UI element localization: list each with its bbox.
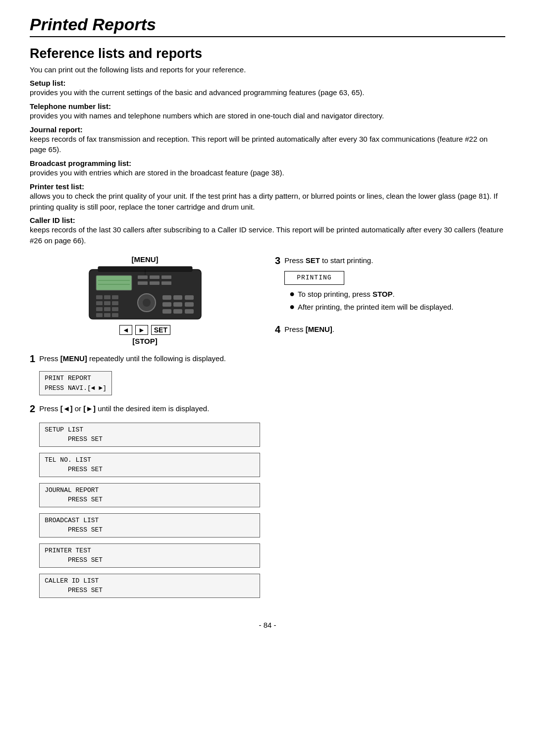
bullet-stop-text: To stop printing, press STOP. (298, 289, 395, 300)
svg-rect-22 (161, 281, 171, 285)
bullet-after-text: After printing, the printed item will be… (298, 302, 453, 313)
lcd-printer: PRINTER TEST PRESS SET (39, 543, 260, 568)
svg-rect-10 (112, 301, 118, 305)
list-item-callerid: Caller ID list: keeps records of the las… (30, 216, 505, 246)
svg-rect-11 (96, 307, 103, 311)
svg-rect-20 (138, 281, 148, 285)
svg-rect-32 (173, 309, 182, 314)
device-diagram: [MENU] (30, 255, 260, 345)
svg-rect-2 (96, 275, 132, 290)
step-3-bullets: ● To stop printing, press STOP. ● After … (289, 289, 505, 313)
list-item-broadcast: Broadcast programming list: provides you… (30, 159, 505, 178)
lcd-setup: SETUP LIST PRESS SET (39, 423, 260, 447)
step-2-text: Press [◄] or [►] until the desired item … (39, 403, 260, 598)
intro-text: You can print out the following lists an… (30, 65, 505, 74)
lcd-tel: TEL NO. LIST PRESS SET (39, 453, 260, 477)
svg-rect-25 (162, 295, 171, 300)
list-item-printer: Printer test list: allows you to check t… (30, 182, 505, 213)
bullet-stop: ● To stop printing, press STOP. (289, 289, 505, 300)
list-item-callerid-title: Caller ID list: (30, 216, 75, 224)
svg-rect-16 (112, 313, 118, 317)
svg-rect-21 (150, 281, 160, 285)
svg-rect-28 (162, 302, 171, 307)
page-title: Printed Reports (30, 15, 505, 34)
lcd-callerid: CALLER ID LIST PRESS SET (39, 574, 260, 598)
bullet-dot-1: ● (289, 289, 295, 300)
step-2-number: 2 (30, 403, 35, 415)
svg-rect-15 (104, 313, 110, 317)
bullet-after: ● After printing, the printed item will … (289, 302, 505, 313)
svg-rect-9 (104, 301, 110, 305)
menu-label: [MENU] (131, 255, 158, 264)
step-2-lcd-list: SETUP LIST PRESS SET TEL NO. LIST PRESS … (39, 420, 260, 598)
fax-machine-svg (88, 266, 202, 323)
list-item-journal: Journal report: keeps records of fax tra… (30, 125, 505, 156)
svg-rect-8 (96, 301, 103, 305)
list-item-broadcast-body: provides you with entries which are stor… (30, 168, 284, 177)
step-4-bold: [MENU] (306, 325, 332, 333)
right-arrow-key: ► (135, 325, 148, 335)
svg-rect-27 (185, 295, 194, 300)
stop-bold: STOP (373, 290, 393, 298)
main-content: [MENU] (30, 255, 505, 606)
list-item-setup: Setup list: provides you with the curren… (30, 79, 505, 98)
step-1-text: Press [MENU] repeatedly until the follow… (39, 353, 260, 396)
stop-label: [STOP] (132, 337, 158, 345)
step-1: 1 Press [MENU] repeatedly until the foll… (30, 353, 260, 396)
step-3: 3 Press SET to start printing. PRINTING … (275, 255, 505, 315)
svg-rect-26 (173, 295, 182, 300)
list-item-printer-title: Printer test list: (30, 182, 84, 191)
svg-rect-29 (173, 302, 182, 307)
step-1-number: 1 (30, 353, 35, 365)
list-items: Setup list: provides you with the curren… (30, 79, 505, 246)
list-item-journal-body: keeps records of fax transmission and re… (30, 135, 487, 154)
lcd-journal: JOURNAL REPORT PRESS SET (39, 483, 260, 507)
printing-display: PRINTING (284, 271, 344, 285)
left-column: [MENU] (30, 255, 260, 606)
svg-rect-31 (162, 309, 171, 314)
list-item-broadcast-title: Broadcast programming list: (30, 159, 131, 167)
step-4-text: Press [MENU]. (284, 324, 505, 335)
svg-rect-12 (104, 307, 110, 311)
step-1-bold: [MENU] (60, 354, 87, 363)
step-1-lcd: PRINT REPORT PRESS NAVI.[◄ ►] (39, 371, 112, 395)
list-item-tel-body: provides you with names and telephone nu… (30, 111, 384, 120)
set-key: SET (151, 325, 170, 335)
list-item-tel: Telephone number list: provides you with… (30, 102, 505, 121)
svg-rect-17 (138, 275, 148, 279)
step-3-number: 3 (275, 255, 280, 267)
page-number: - 84 - (259, 621, 276, 629)
svg-rect-5 (96, 295, 103, 299)
lcd-broadcast: BROADCAST LIST PRESS SET (39, 513, 260, 538)
section-title: Reference lists and reports (30, 46, 505, 61)
bullet-dot-2: ● (289, 302, 295, 313)
left-arrow-key: ◄ (119, 325, 132, 335)
list-item-tel-title: Telephone number list: (30, 102, 111, 110)
step-3-text: Press SET to start printing. PRINTING ● … (284, 255, 505, 315)
svg-rect-1 (98, 267, 192, 271)
right-column: 3 Press SET to start printing. PRINTING … (275, 255, 505, 606)
svg-rect-14 (96, 313, 103, 317)
svg-rect-33 (185, 309, 194, 314)
svg-rect-7 (112, 295, 118, 299)
svg-rect-19 (161, 275, 171, 279)
list-item-setup-body: provides you with the current settings o… (30, 88, 364, 97)
step-3-bold: SET (306, 256, 320, 265)
step-4-number: 4 (275, 324, 280, 335)
page-footer: - 84 - (30, 621, 505, 629)
page-header: Printed Reports (30, 15, 505, 37)
svg-rect-13 (112, 307, 118, 311)
svg-point-24 (143, 299, 151, 307)
svg-rect-18 (150, 275, 160, 279)
list-item-callerid-body: keeps records of the last 30 callers aft… (30, 225, 503, 245)
list-item-printer-body: allows you to check the print quality of… (30, 192, 498, 211)
svg-rect-30 (185, 302, 194, 307)
svg-rect-6 (104, 295, 110, 299)
list-item-journal-title: Journal report: (30, 125, 83, 134)
step-4: 4 Press [MENU]. (275, 324, 505, 335)
step-2: 2 Press [◄] or [►] until the desired ite… (30, 403, 260, 598)
list-item-setup-title: Setup list: (30, 79, 66, 87)
